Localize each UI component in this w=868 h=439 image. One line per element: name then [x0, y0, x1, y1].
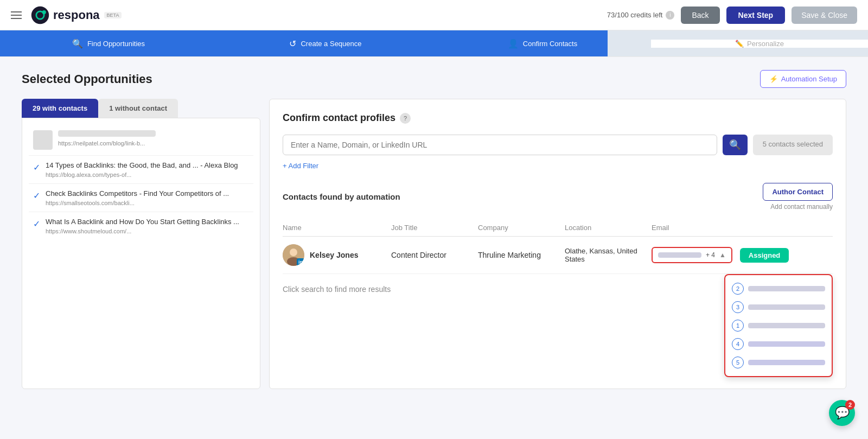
step-confirm-contacts[interactable]: 👤 Confirm Contacts [434, 39, 651, 49]
back-button[interactable]: Back [681, 7, 719, 24]
page-title: Selected Opportunities [22, 72, 152, 86]
list-item[interactable]: ✓ Check Backlinks Competitors - Find You… [29, 184, 253, 212]
add-filter-button[interactable]: + Add Filter [283, 162, 833, 170]
step-find-label: Find Opportunities [87, 40, 145, 48]
help-icon[interactable]: ? [400, 113, 411, 124]
email-popup-item-2[interactable]: 3 [730, 298, 827, 316]
opp-title: What Is A Backlink and How Do You Start … [46, 218, 239, 226]
email-popup-bar [748, 286, 825, 291]
check-icon: ✓ [33, 219, 40, 229]
email-popup-bar [748, 304, 825, 310]
step-create-sequence[interactable]: ↺ Create a Sequence [217, 39, 434, 49]
assigned-badge: Assigned [740, 248, 789, 263]
col-location: Location [565, 224, 652, 232]
save-close-button[interactable]: Save & Close [792, 7, 857, 24]
email-bar [658, 252, 701, 258]
hamburger-menu[interactable] [11, 11, 22, 19]
opp-url: https://blog.alexa.com/types-of... [46, 171, 238, 178]
logo-icon [30, 5, 50, 25]
credits-info: 73/100 credits left i [607, 11, 675, 20]
email-dropdown[interactable]: + 4 ▲ [652, 247, 732, 263]
svg-point-4 [290, 249, 297, 256]
tab-buttons: 29 with contacts 1 without contact [22, 99, 260, 118]
avatar: in [283, 244, 304, 266]
confirm-title: Confirm contact profiles [283, 112, 395, 124]
check-icon: ✓ [33, 162, 40, 173]
email-popup-item-4[interactable]: 4 [730, 335, 827, 353]
automation-setup-label: Automation Setup [781, 75, 837, 83]
list-item[interactable]: ✓ 14 Types of Backlinks: the Good, the B… [29, 156, 253, 184]
step-confirm-label: Confirm Contacts [523, 40, 577, 48]
opp-details: What Is A Backlink and How Do You Start … [46, 218, 239, 234]
tab-without-contact[interactable]: 1 without contact [98, 99, 178, 118]
opp-title-blurred [58, 130, 156, 137]
automation-setup-button[interactable]: ⚡ Automation Setup [760, 70, 846, 88]
right-panel: Confirm contact profiles ? 🔍 5 contacts … [269, 99, 846, 389]
contacts-found-title: Contacts found by automation [283, 192, 400, 201]
opp-url: https://neilpatel.com/blog/link-b... [58, 140, 156, 147]
col-name: Name [283, 224, 391, 232]
email-num-3: 3 [732, 301, 744, 313]
list-item[interactable]: https://neilpatel.com/blog/link-b... [29, 125, 253, 156]
table-row: in Kelsey Jones Content Director Thrulin… [283, 237, 833, 274]
step-personalize[interactable]: ✏️ Personalize [651, 40, 868, 48]
contacts-found-header: Contacts found by automation Author Cont… [283, 183, 833, 211]
progress-bar: 🔍 Find Opportunities ↺ Create a Sequence… [0, 30, 868, 57]
next-step-button[interactable]: Next Step [726, 7, 786, 24]
email-popup-item-5[interactable]: 5 [730, 353, 827, 372]
logo-text: respona [53, 8, 100, 22]
email-num-1: 1 [732, 320, 744, 332]
search-row: 🔍 5 contacts selected [283, 135, 833, 155]
opp-url: https://www.shoutmeloud.com/... [46, 228, 239, 234]
contact-name-cell: in Kelsey Jones [283, 244, 391, 266]
opp-url: https://smallseotools.com/backli... [46, 200, 229, 206]
contact-company: Thruline Marketing [478, 251, 565, 259]
search-button[interactable]: 🔍 [723, 135, 748, 155]
email-count: + 4 [706, 251, 715, 259]
opp-title: Check Backlinks Competitors - Find Your … [46, 189, 229, 198]
progress-steps: 🔍 Find Opportunities ↺ Create a Sequence… [0, 30, 868, 56]
header-right: 73/100 credits left i Back Next Step Sav… [607, 7, 857, 24]
email-popup-item-3[interactable]: 1 [730, 316, 827, 335]
opp-icon [33, 130, 53, 150]
confirm-contacts-icon: 👤 [508, 39, 519, 49]
col-job-title: Job Title [391, 224, 478, 232]
email-popup-bar [748, 341, 825, 347]
step-sequence-label: Create a Sequence [301, 40, 361, 48]
page-header: Selected Opportunities ⚡ Automation Setu… [22, 70, 846, 88]
list-item[interactable]: ✓ What Is A Backlink and How Do You Star… [29, 212, 253, 240]
email-popup: 2 3 1 4 [724, 274, 833, 377]
email-popup-bar [748, 360, 825, 365]
tab-with-contacts[interactable]: 29 with contacts [22, 99, 98, 118]
email-num-5: 5 [732, 357, 744, 368]
find-opportunities-icon: 🔍 [72, 39, 83, 49]
opportunities-list: https://neilpatel.com/blog/link-b... ✓ 1… [22, 118, 260, 389]
opp-details: https://neilpatel.com/blog/link-b... [58, 130, 156, 147]
lightning-icon: ⚡ [769, 75, 778, 83]
step-personalize-label: Personalize [747, 40, 784, 48]
contacts-selected-badge: 5 contacts selected [753, 135, 833, 155]
info-icon[interactable]: i [666, 11, 674, 20]
header: respona BETA 73/100 credits left i Back … [0, 0, 868, 30]
author-contact-section: Author Contact Add contact manually [763, 183, 833, 211]
opp-title: 14 Types of Backlinks: the Good, the Bad… [46, 161, 238, 169]
author-contact-button[interactable]: Author Contact [763, 183, 833, 201]
opp-details: 14 Types of Backlinks: the Good, the Bad… [46, 161, 238, 178]
logo-beta: BETA [104, 12, 122, 18]
chevron-up-icon: ▲ [719, 251, 726, 259]
step-find-opportunities[interactable]: 🔍 Find Opportunities [0, 39, 217, 49]
email-num-2: 2 [732, 283, 744, 295]
left-panel: 29 with contacts 1 without contact https… [22, 99, 260, 389]
table-header: Name Job Title Company Location Email [283, 219, 833, 237]
email-popup-item-1[interactable]: 2 [730, 279, 827, 298]
contact-name: Kelsey Jones [310, 251, 359, 259]
logo: respona BETA [30, 5, 122, 25]
search-input[interactable] [283, 135, 717, 155]
credits-text: 73/100 credits left [607, 11, 663, 19]
confirm-header: Confirm contact profiles ? [283, 112, 833, 124]
col-company: Company [478, 224, 565, 232]
main-content: Selected Opportunities ⚡ Automation Setu… [0, 57, 868, 402]
email-popup-bar [748, 323, 825, 328]
svg-point-0 [31, 6, 49, 23]
linkedin-icon: in [297, 258, 304, 266]
